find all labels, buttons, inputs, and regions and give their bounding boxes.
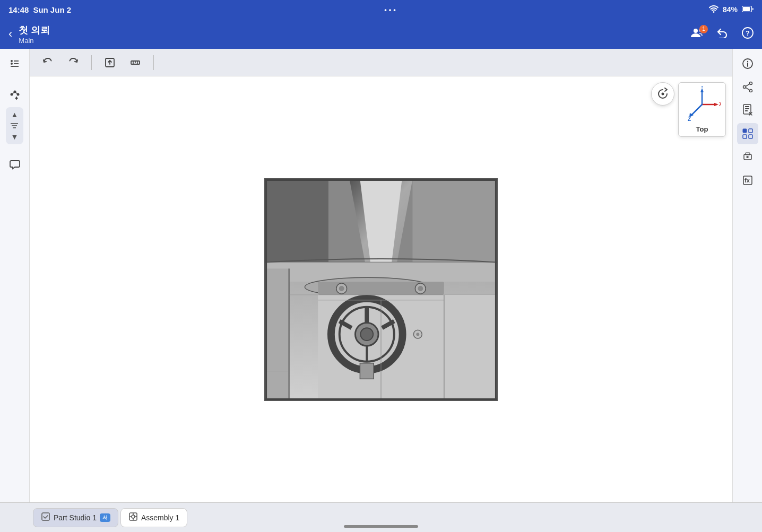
part-studio-badge: 서 — [100, 513, 110, 522]
svg-line-25 — [12, 92, 15, 94]
svg-rect-68 — [265, 179, 267, 400]
svg-rect-93 — [743, 129, 747, 133]
toolbar-divider-1 — [91, 55, 92, 70]
svg-point-83 — [747, 61, 748, 62]
undo-share-button[interactable] — [716, 28, 729, 41]
svg-point-86 — [743, 86, 746, 89]
svg-point-47 — [339, 286, 344, 291]
right-sidebar: fx — [732, 49, 762, 502]
svg-text:X: X — [719, 101, 721, 107]
svg-rect-90 — [745, 106, 749, 107]
battery-display: 84% — [723, 5, 738, 14]
add-node-button[interactable] — [4, 84, 25, 105]
scroll-up-button[interactable]: ▲ — [8, 109, 22, 120]
status-bar-center: ••• — [384, 6, 396, 14]
share-button[interactable] — [737, 76, 758, 98]
svg-text:fx: fx — [744, 177, 750, 184]
document-subtitle: Main — [19, 37, 691, 45]
time-display: 14:48 — [8, 5, 29, 14]
svg-point-80 — [662, 93, 664, 95]
svg-rect-69 — [495, 179, 497, 400]
help-button[interactable]: ? — [742, 27, 754, 41]
title-bar-icons: 1 ? — [691, 27, 754, 41]
title-text: 첫 의뢰 Main — [19, 24, 691, 45]
tab-assembly[interactable]: Assembly 1 — [120, 508, 187, 527]
svg-rect-94 — [749, 129, 752, 133]
svg-rect-66 — [360, 363, 374, 379]
svg-point-2 — [694, 29, 698, 33]
svg-line-77 — [691, 104, 702, 116]
svg-point-49 — [418, 286, 423, 291]
scroll-down-button[interactable]: ▼ — [8, 132, 22, 142]
scroll-group: ▲ ▼ — [6, 107, 24, 144]
export-button[interactable] — [100, 53, 119, 72]
filter-icon — [10, 121, 19, 130]
svg-text:Y: Y — [700, 86, 704, 89]
svg-text:Z: Z — [688, 116, 691, 122]
svg-point-17 — [11, 63, 13, 65]
status-bar-left: 14:48 Sun Jun 2 — [8, 5, 71, 14]
svg-point-106 — [132, 515, 135, 518]
toolbar-divider-2 — [153, 55, 154, 70]
svg-rect-63 — [444, 294, 497, 399]
view-label[interactable]: Top — [696, 125, 708, 133]
users-button[interactable]: 1 — [691, 28, 704, 41]
svg-line-26 — [15, 92, 18, 94]
svg-point-53 — [360, 328, 373, 341]
document-title: 첫 의뢰 — [19, 24, 691, 37]
svg-rect-104 — [42, 513, 49, 520]
scroll-indicator — [344, 525, 418, 528]
tab-part-studio[interactable]: Part Studio 1 서 — [33, 508, 118, 527]
grid-button[interactable] — [737, 123, 758, 144]
ar-button[interactable] — [737, 146, 758, 168]
svg-rect-41 — [265, 268, 289, 400]
document-button[interactable] — [737, 100, 758, 121]
measure-button[interactable] — [126, 53, 145, 72]
tab-assembly-label: Assembly 1 — [141, 513, 179, 522]
svg-rect-96 — [749, 135, 752, 138]
svg-point-59 — [416, 333, 419, 336]
date-display: Sun Jun 2 — [33, 5, 71, 14]
title-bar: ‹ 첫 의뢰 Main 1 ? — [0, 19, 762, 49]
undo-button[interactable] — [38, 53, 57, 72]
svg-point-85 — [749, 90, 752, 92]
tab-part-studio-label: Part Studio 1 — [54, 513, 97, 522]
svg-line-88 — [746, 84, 750, 86]
users-badge: 1 — [699, 25, 708, 33]
status-bar-right: 84% — [709, 5, 754, 14]
svg-rect-91 — [745, 108, 749, 109]
svg-rect-67 — [265, 179, 497, 181]
battery-icon — [742, 5, 754, 14]
svg-rect-95 — [743, 135, 747, 138]
svg-point-16 — [11, 60, 13, 62]
status-bar: 14:48 Sun Jun 2 ••• 84% — [0, 0, 762, 19]
svg-rect-1 — [743, 7, 750, 11]
view-box[interactable]: Y X Z Top — [678, 82, 726, 137]
axes-diagram: Y X Z — [683, 86, 721, 123]
main-canvas[interactable] — [30, 76, 732, 502]
svg-text:?: ? — [746, 29, 750, 37]
rotate-button[interactable] — [651, 82, 674, 106]
view-indicator[interactable]: Y X Z Top — [678, 82, 726, 141]
left-sidebar: ▲ ▼ — [0, 49, 30, 502]
svg-rect-37 — [412, 179, 496, 263]
list-button[interactable] — [4, 53, 25, 74]
toolbar — [30, 49, 762, 76]
back-button[interactable]: ‹ — [8, 27, 12, 41]
cad-viewport[interactable] — [264, 178, 498, 401]
info-button[interactable] — [737, 53, 758, 74]
svg-marker-75 — [714, 103, 718, 106]
assembly-icon — [128, 512, 138, 524]
svg-marker-72 — [700, 88, 704, 92]
svg-rect-92 — [745, 110, 748, 111]
comment-button[interactable] — [4, 154, 25, 175]
bottom-tabs: Part Studio 1 서 Assembly 1 — [0, 502, 762, 532]
svg-point-84 — [749, 82, 752, 85]
formula-button[interactable]: fx — [737, 170, 758, 191]
svg-rect-70 — [265, 398, 497, 400]
svg-line-87 — [746, 88, 750, 90]
redo-button[interactable] — [64, 53, 83, 72]
wifi-icon — [709, 5, 718, 14]
part-studio-icon — [41, 512, 50, 524]
